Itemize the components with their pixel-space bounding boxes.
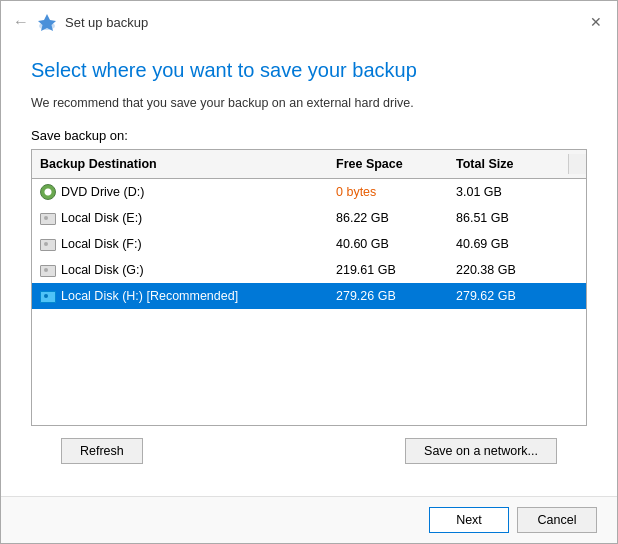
title-bar: ← Set up backup ✕	[1, 1, 617, 39]
dvd-drive-icon	[40, 184, 56, 200]
table-row[interactable]: DVD Drive (D:) 0 bytes 3.01 GB	[32, 179, 586, 205]
local-disk-g-icon	[40, 262, 56, 278]
footer: Next Cancel	[1, 496, 617, 543]
col-free-space: Free Space	[328, 154, 448, 174]
refresh-button[interactable]: Refresh	[61, 438, 143, 464]
table-row[interactable]: Local Disk (F:) 40.60 GB 40.69 GB	[32, 231, 586, 257]
drive-name-cell: Local Disk (H:) [Recommended]	[32, 285, 328, 307]
backup-destination-table: Backup Destination Free Space Total Size…	[31, 149, 587, 426]
backup-icon	[37, 12, 57, 32]
recommendation-text: We recommend that you save your backup o…	[31, 96, 587, 110]
free-space-cell: 279.26 GB	[328, 285, 448, 307]
page-title: Select where you want to save your backu…	[31, 59, 587, 82]
local-disk-f-icon	[40, 236, 56, 252]
close-button[interactable]: ✕	[583, 9, 609, 35]
free-space-cell: 40.60 GB	[328, 233, 448, 255]
free-space-cell: 219.61 GB	[328, 259, 448, 281]
drive-name-cell: DVD Drive (D:)	[32, 181, 328, 203]
total-size-cell: 220.38 GB	[448, 259, 568, 281]
drive-name-cell: Local Disk (E:)	[32, 207, 328, 229]
free-space-cell: 86.22 GB	[328, 207, 448, 229]
drive-name-cell: Local Disk (F:)	[32, 233, 328, 255]
window-title: Set up backup	[65, 15, 148, 30]
content-area: Select where you want to save your backu…	[1, 39, 617, 496]
table-row-selected[interactable]: Local Disk (H:) [Recommended] 279.26 GB …	[32, 283, 586, 309]
scrollbar-header	[568, 154, 586, 174]
local-disk-h-icon	[40, 288, 56, 304]
save-on-network-button[interactable]: Save on a network...	[405, 438, 557, 464]
col-total-size: Total Size	[448, 154, 568, 174]
free-space-cell: 0 bytes	[328, 181, 448, 203]
window: ← Set up backup ✕ Select where you want …	[0, 0, 618, 544]
table-row[interactable]: Local Disk (E:) 86.22 GB 86.51 GB	[32, 205, 586, 231]
local-disk-e-icon	[40, 210, 56, 226]
total-size-cell: 40.69 GB	[448, 233, 568, 255]
title-bar-left: ← Set up backup	[13, 12, 148, 32]
col-backup-destination: Backup Destination	[32, 154, 328, 174]
cancel-button[interactable]: Cancel	[517, 507, 597, 533]
total-size-cell: 279.62 GB	[448, 285, 568, 307]
total-size-cell: 86.51 GB	[448, 207, 568, 229]
table-row[interactable]: Local Disk (G:) 219.61 GB 220.38 GB	[32, 257, 586, 283]
table-body: DVD Drive (D:) 0 bytes 3.01 GB Local Dis…	[32, 179, 586, 425]
section-label: Save backup on:	[31, 128, 587, 143]
total-size-cell: 3.01 GB	[448, 181, 568, 203]
table-header: Backup Destination Free Space Total Size	[32, 150, 586, 179]
action-buttons-bar: Refresh Save on a network...	[31, 426, 587, 476]
next-button[interactable]: Next	[429, 507, 509, 533]
back-button[interactable]: ←	[13, 13, 29, 31]
drive-name-cell: Local Disk (G:)	[32, 259, 328, 281]
